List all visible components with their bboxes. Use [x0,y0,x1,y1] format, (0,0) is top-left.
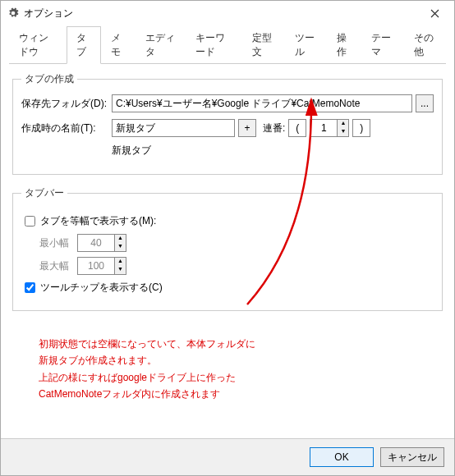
min-width-input[interactable] [78,235,114,251]
annotation-line: CatMemoNoteフォルダ内に作成されます [39,386,416,402]
create-name-label: 作成時の名前(T): [21,121,112,135]
spinner-up-icon[interactable]: ▲ [114,258,126,266]
ok-button[interactable]: OK [310,447,374,467]
close-button[interactable] [418,2,451,25]
tab-keyword[interactable]: キーワード [186,26,243,64]
create-name-input[interactable] [112,119,235,137]
gear-icon [7,7,19,19]
tab-tools[interactable]: ツール [285,26,327,64]
max-width-input[interactable] [78,258,114,274]
group-tab-create: タブの作成 保存先フォルダ(D): ... 作成時の名前(T): + 連番: ▲… [12,72,443,175]
annotation-line: 新規タブが作成されます。 [39,352,416,368]
tab-theme[interactable]: テーマ [361,26,403,64]
browse-button[interactable]: ... [416,94,434,112]
tab-panel: タブの作成 保存先フォルダ(D): ... 作成時の名前(T): + 連番: ▲… [1,64,454,411]
title-bar: オプション [1,1,454,25]
max-width-label: 最大幅 [39,259,77,273]
save-folder-input[interactable] [112,94,412,112]
serial-open-input[interactable] [288,119,306,137]
tab-other[interactable]: その他 [404,26,446,64]
tab-memo[interactable]: メモ [101,26,136,64]
serial-close-input[interactable] [352,119,370,137]
spinner-up-icon[interactable]: ▲ [337,120,348,128]
tab-editor[interactable]: エディタ [136,26,186,64]
group-tabbar-legend: タブバー [21,186,67,200]
name-example: 新規タブ [112,144,151,158]
close-icon [430,9,439,18]
tooltip-checkbox[interactable] [25,282,35,293]
save-folder-label: 保存先フォルダ(D): [21,97,112,111]
equal-width-checkbox[interactable] [25,216,35,227]
max-width-spinner[interactable]: ▲▼ [77,257,126,275]
tab-template[interactable]: 定型文 [242,26,284,64]
group-tab-create-legend: タブの作成 [21,72,77,86]
cancel-button[interactable]: キャンセル [380,447,444,467]
spinner-up-icon[interactable]: ▲ [114,235,126,243]
spinner-down-icon[interactable]: ▼ [337,128,348,136]
serial-number-spinner[interactable]: ▲▼ [310,119,349,137]
annotation-text: 初期状態では空欄になっていて、本体フォルダに 新規タブが作成されます。 上記の様… [12,336,443,403]
tab-tab[interactable]: タブ [67,26,101,64]
tab-operation[interactable]: 操作 [327,26,361,64]
serial-label: 連番: [263,121,285,135]
equal-width-label: タブを等幅で表示する(M): [40,214,156,228]
annotation-line: 初期状態では空欄になっていて、本体フォルダに [39,336,416,352]
add-name-button[interactable]: + [238,119,256,137]
tooltip-label: ツールチップを表示する(C) [40,281,163,295]
tab-window[interactable]: ウィンドウ [9,26,67,64]
tab-strip: ウィンドウ タブ メモ エディタ キーワード 定型文 ツール 操作 テーマ その… [9,25,446,64]
min-width-spinner[interactable]: ▲▼ [77,234,126,252]
spinner-down-icon[interactable]: ▼ [114,243,126,251]
group-tabbar: タブバー タブを等幅で表示する(M): 最小幅 ▲▼ 最大幅 ▲▼ ツールチップ… [12,186,443,311]
window-title: オプション [24,7,418,21]
serial-number-input[interactable] [310,120,337,136]
spinner-down-icon[interactable]: ▼ [114,266,126,274]
dialog-buttons: OK キャンセル [1,438,454,475]
annotation-line: 上記の様にすればgoogleドライブ上に作った [39,369,416,386]
min-width-label: 最小幅 [39,236,77,250]
